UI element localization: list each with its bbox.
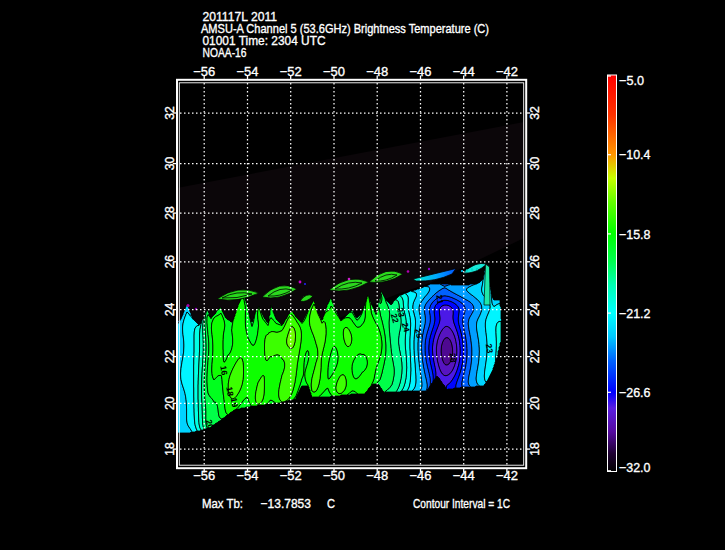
svg-text:−50: −50: [323, 468, 345, 483]
svg-text:−52: −52: [280, 64, 302, 79]
svg-text:26: 26: [527, 255, 542, 269]
svg-text:−52: −52: [280, 468, 302, 483]
svg-text:−44: −44: [453, 468, 475, 483]
svg-text:−46: −46: [410, 468, 432, 483]
svg-text:−56: −56: [193, 468, 215, 483]
svg-text:32: 32: [162, 106, 177, 120]
svg-text:−50: −50: [323, 64, 345, 79]
svg-text:22: 22: [162, 350, 177, 364]
svg-text:18: 18: [527, 442, 542, 456]
svg-text:19: 19: [229, 397, 241, 408]
svg-text:C: C: [327, 496, 335, 511]
svg-text:NOAA-16: NOAA-16: [203, 45, 247, 60]
svg-text:−56: −56: [193, 64, 215, 79]
svg-text:−42: −42: [496, 468, 518, 483]
svg-text:18: 18: [162, 442, 177, 456]
svg-text:18: 18: [224, 386, 236, 397]
svg-text:30: 30: [527, 157, 542, 171]
svg-text:−44: −44: [453, 64, 475, 79]
svg-text:26: 26: [162, 255, 177, 269]
svg-text:−32.0: −32.0: [619, 460, 651, 475]
svg-text:20: 20: [233, 408, 245, 419]
svg-text:−15.8: −15.8: [619, 227, 651, 242]
svg-text:24: 24: [162, 303, 177, 317]
svg-text:−54: −54: [237, 64, 259, 79]
svg-text:Max Tb:: Max Tb:: [202, 496, 243, 511]
svg-text:−10.4: −10.4: [619, 147, 651, 162]
svg-text:22: 22: [527, 350, 542, 364]
svg-text:16: 16: [218, 365, 230, 376]
svg-text:24: 24: [527, 303, 542, 317]
svg-text:28: 28: [162, 206, 177, 220]
svg-text:28: 28: [527, 206, 542, 220]
svg-text:21: 21: [434, 294, 446, 305]
svg-text:Contour Interval = 1C: Contour Interval = 1C: [413, 496, 510, 511]
svg-text:−54: −54: [237, 468, 259, 483]
svg-text:23: 23: [484, 343, 496, 354]
svg-text:20: 20: [162, 397, 177, 411]
svg-text:−48: −48: [366, 468, 388, 483]
svg-text:−42: −42: [496, 64, 518, 79]
svg-text:−48: −48: [366, 64, 388, 79]
svg-text:−26.6: −26.6: [619, 385, 651, 400]
svg-text:32: 32: [527, 106, 542, 120]
svg-text:30: 30: [162, 157, 177, 171]
svg-text:−46: −46: [410, 64, 432, 79]
svg-text:−5.0: −5.0: [619, 73, 644, 88]
svg-text:−21.2: −21.2: [619, 306, 651, 321]
svg-text:28: 28: [448, 353, 459, 364]
svg-text:20: 20: [527, 397, 542, 411]
svg-text:−13.7853: −13.7853: [261, 496, 312, 511]
